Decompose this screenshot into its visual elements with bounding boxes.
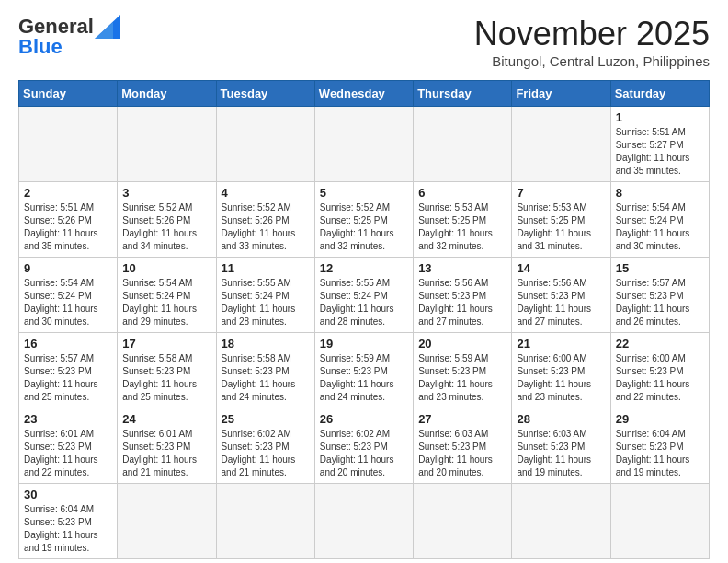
day-info: Sunrise: 5:51 AMSunset: 5:27 PMDaylight:…: [616, 126, 704, 178]
calendar-cell: [414, 484, 512, 559]
day-header-wednesday: Wednesday: [314, 81, 413, 107]
day-header-sunday: Sunday: [19, 81, 118, 107]
day-number: 19: [320, 337, 408, 350]
calendar-cell: 21Sunrise: 6:00 AMSunset: 5:23 PMDayligh…: [512, 333, 610, 408]
day-info: Sunrise: 5:51 AMSunset: 5:26 PMDaylight:…: [24, 201, 112, 253]
calendar-cell: 17Sunrise: 5:58 AMSunset: 5:23 PMDayligh…: [118, 333, 216, 408]
day-number: 17: [122, 337, 210, 350]
calendar-cell: 23Sunrise: 6:01 AMSunset: 5:23 PMDayligh…: [19, 408, 118, 484]
day-info: Sunrise: 5:57 AMSunset: 5:23 PMDaylight:…: [24, 352, 112, 404]
day-number: 27: [418, 412, 506, 426]
page-subtitle: Bitungol, Central Luzon, Philippines: [474, 53, 710, 69]
day-number: 10: [122, 261, 210, 275]
calendar-cell: [414, 107, 512, 182]
day-number: 9: [24, 261, 112, 275]
day-info: Sunrise: 5:58 AMSunset: 5:23 PMDaylight:…: [222, 352, 310, 404]
day-info: Sunrise: 5:57 AMSunset: 5:23 PMDaylight:…: [616, 277, 704, 328]
day-number: 14: [517, 261, 605, 275]
calendar-week-row: 23Sunrise: 6:01 AMSunset: 5:23 PMDayligh…: [19, 408, 710, 484]
day-header-monday: Monday: [118, 81, 216, 107]
day-number: 24: [122, 412, 210, 426]
calendar-cell: 28Sunrise: 6:03 AMSunset: 5:23 PMDayligh…: [512, 408, 610, 484]
calendar-cell: 6Sunrise: 5:53 AMSunset: 5:25 PMDaylight…: [414, 182, 512, 258]
day-number: 1: [616, 110, 704, 124]
day-number: 20: [418, 337, 506, 350]
day-info: Sunrise: 6:03 AMSunset: 5:23 PMDaylight:…: [517, 428, 605, 479]
calendar-cell: 3Sunrise: 5:52 AMSunset: 5:26 PMDaylight…: [118, 182, 216, 258]
logo-icon: [95, 15, 120, 39]
day-info: Sunrise: 5:53 AMSunset: 5:25 PMDaylight:…: [418, 201, 506, 253]
calendar-cell: 2Sunrise: 5:51 AMSunset: 5:26 PMDaylight…: [19, 182, 118, 258]
calendar-cell: 16Sunrise: 5:57 AMSunset: 5:23 PMDayligh…: [19, 333, 118, 408]
day-number: 5: [320, 186, 408, 200]
calendar-cell: 11Sunrise: 5:55 AMSunset: 5:24 PMDayligh…: [216, 258, 314, 333]
day-info: Sunrise: 6:00 AMSunset: 5:23 PMDaylight:…: [616, 352, 704, 404]
day-number: 12: [320, 261, 408, 275]
calendar-week-row: 1Sunrise: 5:51 AMSunset: 5:27 PMDaylight…: [19, 107, 710, 182]
day-number: 23: [24, 412, 112, 426]
day-info: Sunrise: 6:00 AMSunset: 5:23 PMDaylight:…: [517, 352, 605, 404]
calendar-cell: [118, 107, 216, 182]
day-info: Sunrise: 6:02 AMSunset: 5:23 PMDaylight:…: [222, 428, 310, 479]
calendar-cell: [314, 107, 413, 182]
header: General Blue November 2025 Bitungol, Cen…: [18, 15, 710, 69]
title-area: November 2025 Bitungol, Central Luzon, P…: [474, 15, 710, 69]
day-number: 11: [222, 261, 310, 275]
calendar-cell: [19, 107, 118, 182]
calendar-cell: 4Sunrise: 5:52 AMSunset: 5:26 PMDaylight…: [216, 182, 314, 258]
calendar-cell: [512, 484, 610, 559]
calendar-cell: 22Sunrise: 6:00 AMSunset: 5:23 PMDayligh…: [610, 333, 709, 408]
day-number: 15: [616, 261, 704, 275]
day-info: Sunrise: 5:59 AMSunset: 5:23 PMDaylight:…: [320, 352, 408, 404]
logo-blue-text: Blue: [18, 35, 63, 59]
calendar-cell: 8Sunrise: 5:54 AMSunset: 5:24 PMDaylight…: [610, 182, 709, 258]
calendar-cell: 14Sunrise: 5:56 AMSunset: 5:23 PMDayligh…: [512, 258, 610, 333]
day-info: Sunrise: 6:04 AMSunset: 5:23 PMDaylight:…: [24, 503, 112, 555]
calendar-week-row: 2Sunrise: 5:51 AMSunset: 5:26 PMDaylight…: [19, 182, 710, 258]
day-number: 22: [616, 337, 704, 350]
day-info: Sunrise: 6:02 AMSunset: 5:23 PMDaylight:…: [320, 428, 408, 479]
calendar-cell: 12Sunrise: 5:55 AMSunset: 5:24 PMDayligh…: [314, 258, 413, 333]
calendar-cell: 26Sunrise: 6:02 AMSunset: 5:23 PMDayligh…: [314, 408, 413, 484]
day-info: Sunrise: 5:55 AMSunset: 5:24 PMDaylight:…: [320, 277, 408, 328]
calendar-cell: 30Sunrise: 6:04 AMSunset: 5:23 PMDayligh…: [19, 484, 118, 559]
day-info: Sunrise: 5:56 AMSunset: 5:23 PMDaylight:…: [517, 277, 605, 328]
calendar-cell: 19Sunrise: 5:59 AMSunset: 5:23 PMDayligh…: [314, 333, 413, 408]
day-info: Sunrise: 5:58 AMSunset: 5:23 PMDaylight:…: [122, 352, 210, 404]
calendar-week-row: 16Sunrise: 5:57 AMSunset: 5:23 PMDayligh…: [19, 333, 710, 408]
day-info: Sunrise: 6:03 AMSunset: 5:23 PMDaylight:…: [418, 428, 506, 479]
day-header-saturday: Saturday: [610, 81, 709, 107]
day-info: Sunrise: 5:52 AMSunset: 5:26 PMDaylight:…: [122, 201, 210, 253]
calendar-cell: 18Sunrise: 5:58 AMSunset: 5:23 PMDayligh…: [216, 333, 314, 408]
day-number: 8: [616, 186, 704, 200]
calendar-cell: 27Sunrise: 6:03 AMSunset: 5:23 PMDayligh…: [414, 408, 512, 484]
day-info: Sunrise: 6:01 AMSunset: 5:23 PMDaylight:…: [24, 428, 112, 479]
page-title: November 2025: [474, 15, 710, 53]
calendar-cell: 7Sunrise: 5:53 AMSunset: 5:25 PMDaylight…: [512, 182, 610, 258]
calendar-cell: 24Sunrise: 6:01 AMSunset: 5:23 PMDayligh…: [118, 408, 216, 484]
day-number: 2: [24, 186, 112, 200]
day-info: Sunrise: 5:53 AMSunset: 5:25 PMDaylight:…: [517, 201, 605, 253]
day-number: 25: [222, 412, 310, 426]
calendar-cell: [610, 484, 709, 559]
day-info: Sunrise: 5:54 AMSunset: 5:24 PMDaylight:…: [24, 277, 112, 328]
calendar-cell: 10Sunrise: 5:54 AMSunset: 5:24 PMDayligh…: [118, 258, 216, 333]
calendar-cell: 15Sunrise: 5:57 AMSunset: 5:23 PMDayligh…: [610, 258, 709, 333]
day-number: 21: [517, 337, 605, 350]
day-info: Sunrise: 5:56 AMSunset: 5:23 PMDaylight:…: [418, 277, 506, 328]
day-info: Sunrise: 5:52 AMSunset: 5:26 PMDaylight:…: [222, 201, 310, 253]
calendar-header-row: SundayMondayTuesdayWednesdayThursdayFrid…: [19, 81, 710, 107]
day-header-friday: Friday: [512, 81, 610, 107]
day-number: 6: [418, 186, 506, 200]
day-header-thursday: Thursday: [414, 81, 512, 107]
day-number: 4: [222, 186, 310, 200]
day-number: 7: [517, 186, 605, 200]
day-number: 29: [616, 412, 704, 426]
day-info: Sunrise: 5:52 AMSunset: 5:25 PMDaylight:…: [320, 201, 408, 253]
day-info: Sunrise: 5:59 AMSunset: 5:23 PMDaylight:…: [418, 352, 506, 404]
calendar-cell: 9Sunrise: 5:54 AMSunset: 5:24 PMDaylight…: [19, 258, 118, 333]
calendar-cell: 20Sunrise: 5:59 AMSunset: 5:23 PMDayligh…: [414, 333, 512, 408]
day-number: 28: [517, 412, 605, 426]
day-info: Sunrise: 5:54 AMSunset: 5:24 PMDaylight:…: [616, 201, 704, 253]
calendar-week-row: 9Sunrise: 5:54 AMSunset: 5:24 PMDaylight…: [19, 258, 710, 333]
